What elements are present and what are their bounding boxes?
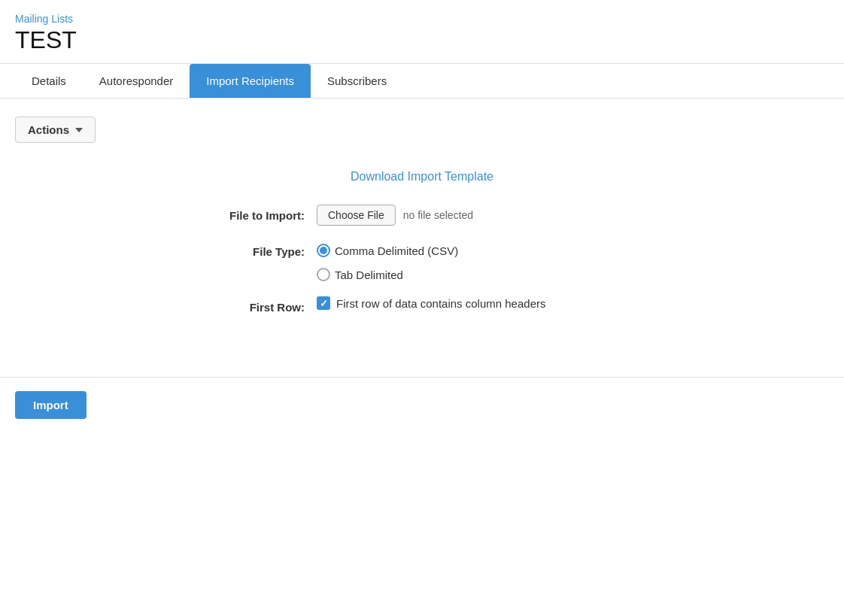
first-row-checkbox-indicator — [317, 296, 330, 310]
tab-bar: Details Autoresponder Import Recipients … — [0, 64, 844, 99]
page-header: Mailing Lists TEST — [0, 0, 844, 64]
tab-import-recipients[interactable]: Import Recipients — [190, 64, 311, 98]
page-title: TEST — [15, 26, 829, 54]
chevron-down-icon — [75, 128, 83, 132]
page-footer: Import — [0, 377, 844, 432]
first-row-row: First Row: First row of data contains co… — [196, 296, 648, 314]
first-row-checkbox[interactable]: First row of data contains column header… — [317, 296, 648, 310]
file-type-radio-group: Comma Delimited (CSV) Tab Delimited — [317, 241, 648, 281]
tab-details[interactable]: Details — [15, 64, 83, 98]
first-row-label: First Row: — [196, 296, 317, 314]
radio-tab-indicator — [317, 268, 330, 281]
radio-csv-indicator — [317, 244, 330, 257]
file-input-wrapper: Choose File no file selected — [317, 205, 648, 226]
no-file-text: no file selected — [403, 209, 473, 221]
download-template-link[interactable]: Download Import Template — [351, 170, 493, 184]
file-to-import-label: File to Import: — [196, 205, 317, 222]
file-input-control: Choose File no file selected — [317, 205, 648, 226]
import-button[interactable]: Import — [15, 391, 87, 419]
breadcrumb-link[interactable]: Mailing Lists — [15, 13, 73, 25]
actions-label: Actions — [28, 123, 69, 136]
radio-csv[interactable]: Comma Delimited (CSV) — [317, 244, 648, 257]
radio-tab-label: Tab Delimited — [335, 269, 403, 281]
file-to-import-row: File to Import: Choose File no file sele… — [196, 205, 648, 226]
main-content: Actions Download Import Template File to… — [0, 99, 844, 347]
first-row-checkbox-label: First row of data contains column header… — [336, 297, 545, 310]
radio-tab[interactable]: Tab Delimited — [317, 268, 648, 281]
choose-file-button[interactable]: Choose File — [317, 205, 396, 226]
first-row-control: First row of data contains column header… — [317, 296, 648, 310]
import-form: Download Import Template File to Import:… — [15, 170, 829, 329]
file-type-label: File Type: — [196, 241, 317, 258]
file-type-control: Comma Delimited (CSV) Tab Delimited — [317, 241, 648, 281]
radio-csv-label: Comma Delimited (CSV) — [335, 244, 458, 257]
tab-subscribers[interactable]: Subscribers — [311, 64, 403, 98]
tab-autoresponder[interactable]: Autoresponder — [83, 64, 190, 98]
file-type-row: File Type: Comma Delimited (CSV) Tab Del… — [196, 241, 648, 281]
actions-button[interactable]: Actions — [15, 117, 96, 143]
